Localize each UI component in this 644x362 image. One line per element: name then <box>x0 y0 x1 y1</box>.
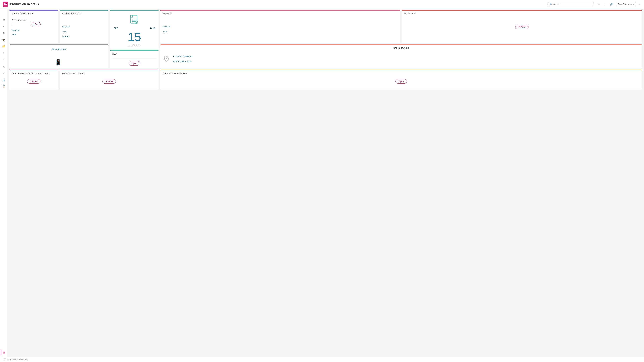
lot-label: Enter Lot Number <box>12 19 56 21</box>
mobile-icon: 📱 <box>55 59 62 65</box>
calendar-card: APR 2020 15 Login: 3:53 PM <box>110 10 159 49</box>
config-content: ⚙ Correction Reasons ERP Configuration <box>163 54 640 63</box>
variants-new[interactable]: New <box>163 30 398 33</box>
search-bar: 🔍 <box>548 2 594 6</box>
master-templates-card: MASTER TEMPLATES View All New Upload <box>60 10 108 43</box>
aql-title: AQL INSPECTION PLANS <box>62 72 156 74</box>
main-layout: ○ ⊞ 🗂 ↻ 🎓 📁 ≡ ☑ △ ✏ 🔬 📋 ⊟ PRODUCTION REC… <box>0 8 644 357</box>
master-templates-title: MASTER TEMPLATES <box>62 13 106 15</box>
master-templates-new[interactable]: New <box>62 30 106 33</box>
calendar-day: 15 <box>112 31 156 43</box>
sidebar-item-graduation[interactable]: 🎓 <box>1 36 7 42</box>
help-title: HELP <box>112 53 156 55</box>
sidebar-item-refresh[interactable]: ↻ <box>1 30 7 36</box>
master-templates-view-all[interactable]: View All <box>62 25 106 28</box>
sidebar: ○ ⊞ 🗂 ↻ 🎓 📁 ≡ ☑ △ ✏ 🔬 📋 ⊟ <box>0 8 8 357</box>
deviations-card: DEVIATIONS View All <box>402 10 642 43</box>
lot-number-input[interactable] <box>12 22 30 26</box>
deviations-title: DEVIATIONS <box>404 13 640 15</box>
data-complete-title: DATA COMPLETE PRODUCTION RECORDS <box>12 72 56 74</box>
correction-reasons-link[interactable]: Correction Reasons <box>173 55 192 58</box>
production-records-view-all[interactable]: View All <box>12 29 56 32</box>
data-complete-view-all-button[interactable]: View All <box>27 79 40 84</box>
sidebar-item-lab[interactable]: 🔬 <box>1 77 7 83</box>
sidebar-item-circle[interactable]: ○ <box>1 10 7 16</box>
aql-inspection-card: AQL INSPECTION PLANS View All <box>60 69 159 90</box>
calendar-login: Login: 3:53 PM <box>112 44 156 46</box>
configuration-title: CONFIGURATION <box>394 47 409 49</box>
variants-view-all[interactable]: View All <box>163 25 398 28</box>
sidebar-item-folder[interactable]: 🗂 <box>1 23 7 29</box>
sidebar-item-grid[interactable]: ⊞ <box>1 16 7 22</box>
production-records-title: PRODUCTION RECORDS <box>12 13 56 15</box>
variants-card: VARIANTS View All New <box>160 10 400 43</box>
production-dashboard-open-button[interactable]: Open <box>396 79 407 84</box>
data-complete-card: DATA COMPLETE PRODUCTION RECORDS View Al… <box>10 69 58 90</box>
nav-icons: ✈ ❕ 🔗 Rob Carpenter ▾ ↩ <box>597 2 641 6</box>
link-icon-button[interactable]: 🔗 <box>609 2 614 6</box>
go-button[interactable]: Go <box>32 22 40 26</box>
calendar-month-year: APR 2020 <box>112 26 156 30</box>
aql-view-all-button[interactable]: View All <box>102 79 116 84</box>
footer: ? Time Zone: US/Mountain <box>0 357 644 362</box>
user-name: Rob Carpenter <box>618 3 632 5</box>
production-records-card: PRODUCTION RECORDS Enter Lot Number Go V… <box>10 10 58 43</box>
sidebar-item-files[interactable]: 📁 <box>1 43 7 49</box>
search-icon: 🔍 <box>550 3 552 5</box>
user-menu-button[interactable]: Rob Carpenter ▾ <box>616 2 636 6</box>
view-all-links-card: View All Links 📱 <box>10 44 108 68</box>
sidebar-item-tasks[interactable]: ☑ <box>1 57 7 63</box>
help-open-button[interactable]: Open <box>129 61 140 65</box>
calendar-year: 2020 <box>150 27 155 29</box>
document-icon <box>129 14 140 25</box>
help-card: HELP Open <box>110 50 159 68</box>
top-nav: m Production Records 🔍 ✈ ❕ 🔗 Rob Carpent… <box>0 0 644 8</box>
production-records-new[interactable]: New <box>12 33 56 35</box>
logout-icon-button[interactable]: ↩ <box>638 2 641 6</box>
timezone-label: Time Zone: US/Mountain <box>7 359 28 361</box>
footer-help-icon[interactable]: ? <box>3 358 6 361</box>
view-all-links[interactable]: View All Links <box>52 48 66 51</box>
sidebar-item-report[interactable]: 📋 <box>1 83 7 89</box>
chevron-down-icon: ▾ <box>633 3 634 5</box>
erp-configuration-link[interactable]: ERP Configuration <box>173 60 192 62</box>
content-area: PRODUCTION RECORDS Enter Lot Number Go V… <box>8 8 644 357</box>
app-logo[interactable]: m <box>3 1 8 7</box>
configuration-card: CONFIGURATION ⚙ Correction Reasons ERP C… <box>160 44 642 68</box>
production-dashboard-card: PRODUCTION DASHBOARD Open <box>160 69 642 90</box>
deviations-view-all-button[interactable]: View All <box>515 25 529 29</box>
help-divider <box>112 58 156 58</box>
location-icon-button[interactable]: ✈ <box>597 2 600 6</box>
sidebar-item-edit[interactable]: ✏ <box>1 70 7 76</box>
sidebar-item-warning[interactable]: △ <box>1 63 7 69</box>
gear-icon: ⚙ <box>163 54 170 63</box>
col3-stack: APR 2020 15 Login: 3:53 PM HELP Open <box>110 10 159 68</box>
svg-point-4 <box>135 21 138 24</box>
alert-icon-button[interactable]: ❕ <box>602 2 607 6</box>
search-input[interactable] <box>553 3 592 5</box>
config-links: Correction Reasons ERP Configuration <box>173 54 192 63</box>
page-title: Production Records <box>10 2 548 6</box>
sidebar-item-module[interactable]: ⊟ <box>1 350 7 356</box>
sidebar-item-list[interactable]: ≡ <box>1 50 7 56</box>
calendar-month: APR <box>114 27 118 29</box>
variants-title: VARIANTS <box>163 13 398 15</box>
master-templates-upload[interactable]: Upload <box>62 35 106 38</box>
production-dashboard-title: PRODUCTION DASHBOARD <box>163 72 640 74</box>
